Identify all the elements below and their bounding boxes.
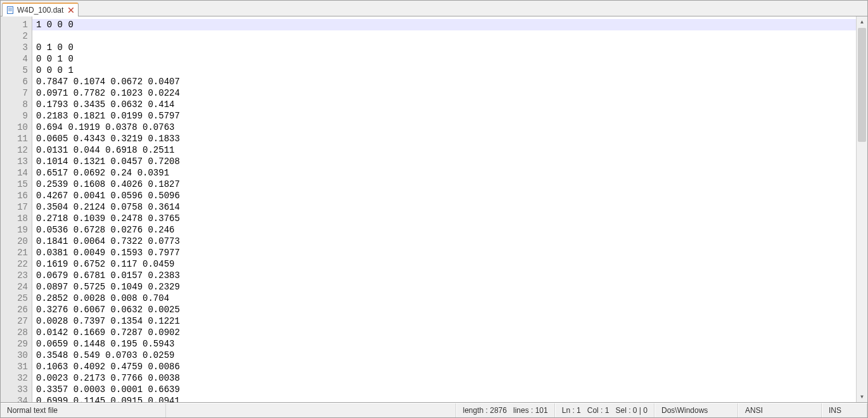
line-number: 27: [1, 315, 28, 327]
line-number: 5: [1, 65, 28, 76]
code-line: 0.1063 0.4092 0.4759 0.0086: [36, 362, 180, 372]
line-number: 29: [1, 338, 28, 350]
line-number: 13: [1, 156, 28, 167]
line-number: 32: [1, 372, 28, 384]
line-number: 26: [1, 304, 28, 315]
code-line: 0.0536 0.6728 0.0276 0.246: [36, 225, 174, 235]
svg-rect-0: [8, 7, 13, 14]
line-number: 20: [1, 236, 28, 247]
line-number: 21: [1, 247, 28, 258]
code-line: 0.0679 0.6781 0.0157 0.2383: [36, 270, 180, 281]
code-line: 0.2539 0.1608 0.4026 0.1827: [36, 179, 180, 189]
editor-window: W4D_100.dat 1234567891011121314151617181…: [0, 0, 868, 418]
code-line: 0 0 0 1: [36, 65, 73, 75]
line-number: 8: [1, 99, 28, 110]
code-line: 0.3504 0.2124 0.0758 0.3614: [36, 202, 180, 212]
code-line: 0.1793 0.3435 0.0632 0.414: [36, 99, 174, 110]
line-number: 7: [1, 87, 28, 99]
status-length: length : 2876 lines : 101: [456, 403, 555, 417]
status-ln-value: 1: [577, 406, 581, 415]
status-eol: Dos\Windows: [654, 403, 738, 417]
status-lines-label: lines :: [513, 406, 533, 415]
tab-bar: W4D_100.dat: [1, 1, 867, 16]
line-number: 16: [1, 190, 28, 201]
code-line: 0.2718 0.1039 0.2478 0.3765: [36, 213, 180, 224]
line-number-gutter: 1234567891011121314151617181920212223242…: [1, 16, 32, 402]
code-line: 0.0971 0.7782 0.1023 0.0224: [36, 88, 180, 98]
status-length-value: 2876: [490, 406, 507, 415]
line-number: 12: [1, 144, 28, 156]
code-line: 0.0131 0.044 0.6918 0.2511: [36, 145, 174, 155]
code-line: 0.1014 0.1321 0.0457 0.7208: [36, 156, 180, 167]
code-line: 0.0605 0.4343 0.3219 0.1833: [36, 134, 180, 144]
line-number: 18: [1, 213, 28, 224]
code-line: 0.0028 0.7397 0.1354 0.1221: [36, 316, 180, 326]
status-filetype: Normal text file: [1, 403, 166, 417]
code-line: 0.0381 0.0049 0.1593 0.7977: [36, 248, 180, 258]
code-line: 0.6999 0.1145 0.0915 0.0941: [36, 396, 180, 402]
line-number: 23: [1, 270, 28, 281]
code-line: 0 1 0 0: [36, 42, 73, 53]
status-spacer: [166, 403, 456, 417]
status-length-label: length :: [463, 406, 488, 415]
line-number: 28: [1, 327, 28, 338]
line-number: 31: [1, 361, 28, 372]
code-line: 0.0142 0.1669 0.7287 0.0902: [36, 327, 180, 338]
line-number: 11: [1, 133, 28, 144]
scroll-thumb[interactable]: [858, 28, 866, 142]
line-number: 9: [1, 110, 28, 122]
status-lines-value: 101: [535, 406, 548, 415]
code-line: 1 0 0 0: [32, 19, 856, 30]
tab-filename: W4D_100.dat: [17, 6, 63, 15]
line-number: 4: [1, 53, 28, 65]
line-number: 19: [1, 224, 28, 236]
vertical-scrollbar[interactable]: ▲ ▼: [856, 16, 867, 402]
line-number: 17: [1, 201, 28, 213]
line-number: 33: [1, 384, 28, 395]
code-line: 0.3357 0.0003 0.0001 0.6639: [36, 384, 180, 395]
status-sel-label: Sel :: [616, 406, 631, 415]
line-number: 30: [1, 350, 28, 361]
file-icon: [6, 6, 14, 14]
code-line: 0.0659 0.1448 0.195 0.5943: [36, 339, 174, 349]
code-content[interactable]: 1 0 0 0 0 1 0 0 0 0 1 0 0 0 0 1 0.7847 0…: [32, 16, 856, 402]
line-number: 15: [1, 179, 28, 190]
code-line: 0.2183 0.1821 0.0199 0.5797: [36, 111, 180, 121]
scroll-up-arrow[interactable]: ▲: [857, 16, 867, 27]
code-line: 0.0897 0.5725 0.1049 0.2329: [36, 282, 180, 292]
line-number: 2: [1, 30, 28, 42]
code-line: 0.1841 0.0064 0.7322 0.0773: [36, 236, 180, 246]
code-line: 0.0023 0.2173 0.7766 0.0038: [36, 373, 180, 383]
line-number: 10: [1, 122, 28, 133]
line-number: 24: [1, 281, 28, 293]
code-line: 0.1619 0.6752 0.117 0.0459: [36, 259, 174, 269]
status-insert-mode: INS: [822, 403, 867, 417]
code-line: 0.7847 0.1074 0.0672 0.0407: [36, 77, 180, 87]
line-number: 22: [1, 258, 28, 270]
close-icon[interactable]: [68, 7, 74, 13]
code-line: 0.6517 0.0692 0.24 0.0391: [36, 168, 169, 178]
code-line: 0.4267 0.0041 0.0596 0.5096: [36, 191, 180, 201]
status-col-value: 1: [605, 406, 610, 415]
code-line: 0.2852 0.0028 0.008 0.704: [36, 293, 169, 303]
status-encoding: ANSI: [738, 403, 822, 417]
code-line: 0.3276 0.6067 0.0632 0.0025: [36, 305, 180, 315]
file-tab[interactable]: W4D_100.dat: [2, 3, 79, 16]
line-number: 6: [1, 76, 28, 87]
code-line: 0.3548 0.549 0.0703 0.0259: [36, 350, 174, 360]
line-number: 1: [1, 19, 28, 30]
status-ln-label: Ln :: [562, 406, 575, 415]
code-line: 0.694 0.1919 0.0378 0.0763: [36, 122, 174, 132]
line-number: 25: [1, 293, 28, 304]
line-number: 34: [1, 395, 28, 403]
status-col-label: Col :: [587, 406, 603, 415]
status-bar: Normal text file length : 2876 lines : 1…: [1, 403, 867, 417]
line-number: 3: [1, 42, 28, 53]
line-number: 14: [1, 167, 28, 179]
status-cursor: Ln : 1 Col : 1 Sel : 0 | 0: [555, 403, 654, 417]
status-sel-value: 0 | 0: [633, 406, 648, 415]
editor-area: 1234567891011121314151617181920212223242…: [1, 16, 867, 403]
scroll-down-arrow[interactable]: ▼: [857, 391, 867, 402]
code-line: 0 0 1 0: [36, 54, 73, 64]
